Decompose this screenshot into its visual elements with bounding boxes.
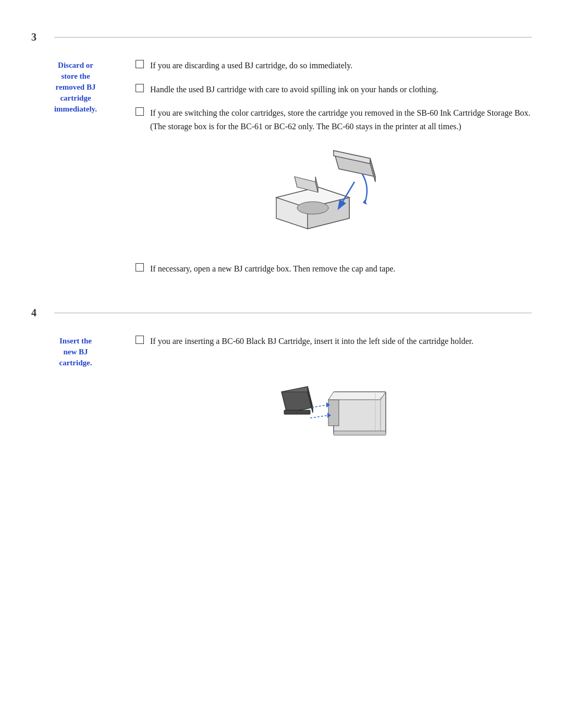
- checkbox-2: [136, 84, 144, 92]
- section-4-sidebar: Insert the new BJ cartridge.: [31, 335, 120, 477]
- section-4: 4 Insert the new BJ cartridge. If you ar…: [0, 307, 563, 477]
- sidebar4-line1: Insert the: [59, 337, 92, 345]
- section-3-sidebar: Discard or store the removed BJ cartridg…: [31, 59, 120, 286]
- section-3-text-3: If you are switching the color cartridge…: [150, 106, 532, 133]
- svg-marker-8: [363, 200, 367, 205]
- sidebar4-line3: cartridge.: [59, 359, 92, 367]
- cartridge-holder-svg: [271, 361, 396, 465]
- illustration-cartridge-holder: [136, 361, 532, 465]
- svg-line-22: [312, 405, 327, 408]
- section-3-number: 3: [31, 31, 44, 43]
- insertion-arrows: [310, 402, 331, 418]
- section-3-text-1: If you are discarding a used BJ cartridg…: [150, 59, 352, 72]
- section-4-line: [54, 313, 532, 313]
- section-3-item-4: If necessary, open a new BJ cartridge bo…: [136, 262, 532, 276]
- checkbox-5: [136, 336, 144, 344]
- svg-marker-20: [282, 387, 308, 392]
- sidebar-line1: Discard or: [58, 61, 93, 69]
- section-3-item-1: If you are discarding a used BJ cartridg…: [136, 59, 532, 72]
- svg-marker-14: [328, 392, 386, 400]
- section-4-text-1: If you are inserting a BC-60 Black BJ Ca…: [150, 335, 473, 348]
- section-4-item-1: If you are inserting a BC-60 Black BJ Ca…: [136, 335, 532, 348]
- section-3-text-2: Handle the used BJ cartridge with care t…: [150, 83, 438, 96]
- section-3-item-3: If you are switching the color cartridge…: [136, 106, 532, 133]
- svg-rect-17: [334, 431, 386, 435]
- svg-point-3: [297, 202, 328, 214]
- svg-rect-21: [284, 410, 310, 414]
- cartridge-storage-svg: [266, 145, 401, 250]
- svg-line-24: [310, 415, 328, 418]
- section-3-line: [54, 37, 532, 38]
- section-4-number: 4: [31, 307, 44, 319]
- sidebar-line5: immediately.: [54, 105, 97, 113]
- checkbox-1: [136, 60, 144, 68]
- section-3-main: If you are discarding a used BJ cartridg…: [136, 59, 532, 286]
- section-3-content: Discard or store the removed BJ cartridg…: [0, 59, 563, 286]
- section-3-header: 3: [0, 31, 563, 43]
- sidebar4-line2: new BJ: [63, 348, 88, 356]
- sidebar-line3: removed BJ: [56, 83, 96, 91]
- section-4-content: Insert the new BJ cartridge. If you are …: [0, 335, 563, 477]
- section-3-item-2: Handle the used BJ cartridge with care t…: [136, 83, 532, 96]
- section-4-header: 4: [0, 307, 563, 319]
- arrow-curve: [362, 174, 367, 205]
- page: 3 Discard or store the removed BJ cartri…: [0, 0, 563, 728]
- section-3-text-4: If necessary, open a new BJ cartridge bo…: [150, 262, 395, 276]
- sidebar-line4: cartridge: [60, 94, 91, 102]
- section-3: 3 Discard or store the removed BJ cartri…: [0, 31, 563, 286]
- checkbox-4: [136, 263, 144, 272]
- illustration-cartridge-storage: [136, 145, 532, 250]
- sidebar-line2: store the: [61, 72, 90, 80]
- svg-rect-13: [328, 400, 339, 426]
- section-4-main: If you are inserting a BC-60 Black BJ Ca…: [136, 335, 532, 477]
- checkbox-3: [136, 107, 144, 116]
